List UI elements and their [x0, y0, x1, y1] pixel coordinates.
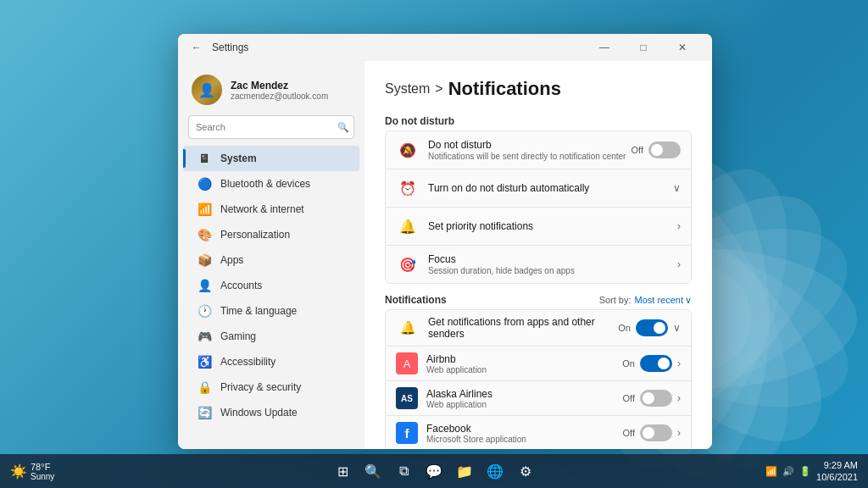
focus-icon: 🎯 [396, 252, 420, 276]
weather-icon: ☀️ [10, 463, 27, 480]
minimize-button[interactable]: — [585, 34, 624, 61]
sidebar-item-windows-update[interactable]: 🔄 Windows Update [183, 400, 359, 425]
bell-icon: 🔔 [396, 316, 420, 340]
avatar-image: 👤 [192, 75, 222, 105]
sort-by: Sort by: Most recent ∨ [599, 295, 692, 306]
dnd-text: Do not disturb Notifications will be sen… [428, 139, 632, 161]
notifications-section-label: Notifications [385, 294, 447, 306]
system-icon: 🖥 [197, 151, 212, 166]
get-notifications-text: Get notifications from apps and other se… [428, 316, 618, 340]
dnd-main-row[interactable]: 🔕 Do not disturb Notifications will be s… [385, 130, 692, 169]
focus-desc: Session duration, hide badges on apps [428, 266, 677, 275]
alaska-chevron-icon: › [677, 392, 681, 404]
explorer-button[interactable]: 📁 [453, 459, 476, 483]
page-title: Notifications [448, 78, 561, 100]
settings-taskbar-button[interactable]: ⚙ [514, 459, 537, 483]
sidebar-item-gaming[interactable]: 🎮 Gaming [183, 324, 359, 349]
sort-dropdown[interactable]: Most recent ∨ [635, 295, 692, 306]
focus-chevron-icon: › [677, 258, 681, 270]
taskbar: ☀️ 78°F Sunny ⊞ 🔍 ⧉ 💬 📁 🌐 ⚙ 📶 🔊 🔋 9:29 A… [0, 454, 868, 488]
sidebar-item-bluetooth[interactable]: 🔵 Bluetooth & devices [183, 171, 359, 197]
priority-right: › [677, 220, 681, 232]
user-profile[interactable]: 👤 Zac Mendez zacmendez@outlook.com [178, 68, 364, 115]
search-input[interactable] [188, 115, 354, 139]
breadcrumb-separator: > [435, 81, 442, 97]
facebook-toggle[interactable] [640, 424, 672, 441]
sort-chevron-icon: ∨ [685, 295, 692, 306]
facebook-type: Microsoft Store application [426, 435, 623, 444]
focus-right: › [677, 258, 681, 270]
sidebar-item-accessibility[interactable]: ♿ Accessibility [183, 349, 359, 374]
settings-window: ← Settings — □ ✕ 👤 Zac Mendez zacmendez@… [178, 34, 712, 449]
window-title: Settings [212, 42, 248, 53]
alaska-toggle-thumb [643, 392, 654, 404]
sidebar-item-accounts[interactable]: 👤 Accounts [183, 273, 359, 298]
get-notifications-row[interactable]: 🔔 Get notifications from apps and other … [385, 309, 692, 346]
avatar: 👤 [192, 75, 222, 105]
notifications-header: Notifications Sort by: Most recent ∨ [385, 294, 692, 306]
facebook-chevron-icon: › [677, 427, 681, 439]
dnd-auto-icon: ⏰ [396, 176, 420, 200]
chat-button[interactable]: 💬 [422, 459, 446, 483]
search-box: 🔍 [188, 115, 354, 139]
dnd-auto-title: Turn on do not disturb automatically [428, 182, 673, 194]
dnd-toggle-thumb [651, 144, 663, 156]
focus-row[interactable]: 🎯 Focus Session duration, hide badges on… [385, 245, 692, 284]
sidebar-label-network: Network & internet [220, 203, 304, 215]
title-bar: ← Settings — □ ✕ [178, 34, 712, 61]
maximize-button[interactable]: □ [624, 34, 663, 61]
taskbar-center: ⊞ 🔍 ⧉ 💬 📁 🌐 ⚙ [331, 459, 537, 483]
accessibility-icon: ♿ [197, 354, 212, 369]
facebook-icon: f [396, 422, 418, 444]
time-icon: 🕐 [197, 303, 212, 319]
back-button[interactable]: ← [188, 39, 205, 56]
gaming-icon: 🎮 [197, 329, 212, 344]
airbnb-toggle[interactable] [640, 355, 672, 372]
sidebar-item-time[interactable]: 🕐 Time & language [183, 298, 359, 324]
settings-body: 👤 Zac Mendez zacmendez@outlook.com 🔍 🖥 S… [178, 61, 712, 449]
dnd-auto-row[interactable]: ⏰ Turn on do not disturb automatically ∨ [385, 169, 692, 207]
task-view-button[interactable]: ⧉ [392, 459, 415, 483]
dnd-icon: 🔕 [396, 138, 420, 162]
airbnb-row[interactable]: A Airbnb Web application On › [385, 346, 692, 380]
get-notifications-toggle[interactable] [636, 319, 668, 336]
sidebar-item-network[interactable]: 📶 Network & internet [183, 197, 359, 222]
sidebar-item-apps[interactable]: 📦 Apps [183, 247, 359, 273]
sort-value: Most recent [635, 295, 683, 305]
facebook-row[interactable]: f Facebook Microsoft Store application O… [385, 415, 692, 449]
priority-row[interactable]: 🔔 Set priority notifications › [385, 207, 692, 245]
sidebar-item-system[interactable]: 🖥 System [183, 146, 359, 171]
personalization-icon: 🎨 [197, 227, 212, 242]
sidebar: 👤 Zac Mendez zacmendez@outlook.com 🔍 🖥 S… [178, 61, 364, 449]
alaska-value: Off [623, 393, 635, 403]
taskbar-left: ☀️ 78°F Sunny [10, 462, 54, 481]
alaska-toggle[interactable] [640, 390, 672, 407]
taskbar-right: 📶 🔊 🔋 9:29 AM 10/6/2021 [765, 459, 858, 484]
taskbar-clock[interactable]: 9:29 AM 10/6/2021 [816, 459, 858, 484]
windows-update-icon: 🔄 [197, 405, 212, 420]
sidebar-item-personalization[interactable]: 🎨 Personalization [183, 222, 359, 247]
user-name: Zac Mendez [231, 80, 328, 92]
sort-by-label: Sort by: [599, 295, 632, 305]
dnd-title: Do not disturb [428, 139, 632, 151]
chevron-right-icon: › [677, 220, 681, 232]
clock-date: 10/6/2021 [816, 471, 858, 483]
alaska-icon: AS [396, 387, 418, 409]
sidebar-item-privacy[interactable]: 🔒 Privacy & security [183, 374, 359, 400]
search-icon: 🔍 [337, 122, 349, 133]
dnd-section-label: Do not disturb [385, 115, 692, 127]
facebook-toggle-thumb [643, 427, 654, 439]
dnd-toggle[interactable] [648, 141, 681, 158]
battery-icon: 🔋 [799, 466, 811, 477]
start-button[interactable]: ⊞ [331, 459, 354, 483]
dnd-settings-group: 🔕 Do not disturb Notifications will be s… [385, 130, 692, 284]
close-button[interactable]: ✕ [663, 34, 702, 61]
edge-button[interactable]: 🌐 [483, 459, 507, 483]
search-taskbar-button[interactable]: 🔍 [361, 459, 385, 483]
bluetooth-icon: 🔵 [197, 176, 212, 191]
sidebar-label-privacy: Privacy & security [220, 381, 301, 393]
chevron-down-icon: ∨ [673, 182, 681, 194]
weather-condition: Sunny [31, 472, 54, 481]
priority-text: Set priority notifications [428, 220, 677, 232]
alaska-row[interactable]: AS Alaska Airlines Web application Off › [385, 380, 692, 415]
